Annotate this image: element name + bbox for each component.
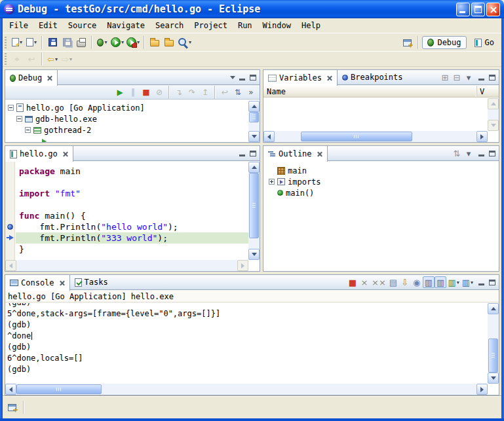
- new-wizard-dropdown-icon[interactable]: ▾: [34, 39, 37, 45]
- variables-scrollbar-vertical[interactable]: [488, 98, 499, 131]
- close-tab-icon[interactable]: [62, 151, 68, 157]
- run-dropdown-icon[interactable]: ▾: [121, 39, 124, 45]
- debug-tree-row[interactable]: hello.go [Go Application]: [5, 102, 260, 113]
- code-line[interactable]: func main() {: [16, 210, 248, 221]
- tab-hello-go[interactable]: hello.go: [5, 146, 73, 162]
- use-step-filters-button[interactable]: ⇅: [231, 86, 244, 98]
- outline-row[interactable]: main(): [266, 187, 499, 198]
- new-wizard-button[interactable]: ▾: [24, 35, 39, 50]
- step-return-button[interactable]: ↥: [199, 86, 212, 98]
- tab-outline[interactable]: Outline: [263, 146, 328, 162]
- console-output[interactable]: (gdb)5^done,stack-args=[frame={level="0"…: [5, 303, 488, 384]
- minimize-view-icon[interactable]: [239, 151, 246, 156]
- editor-gutter[interactable]: [5, 162, 15, 260]
- debug-tree-row[interactable]: gdb-hello.exe: [5, 113, 260, 124]
- toolbar-handle[interactable]: [5, 53, 7, 65]
- scroll-left-icon[interactable]: [5, 384, 16, 395]
- maximize-view-icon[interactable]: [489, 75, 495, 81]
- close-tab-icon[interactable]: [326, 75, 332, 81]
- scroll-up-icon[interactable]: [248, 162, 260, 173]
- view-menu-button[interactable]: ▾: [463, 71, 475, 83]
- step-over-button[interactable]: ↷: [185, 86, 199, 98]
- mark-occurrences-button[interactable]: ⌖: [10, 51, 24, 67]
- perspective-debug-button[interactable]: Debug: [422, 36, 466, 49]
- debug-tree-row[interactable]: [5, 136, 260, 142]
- open-console-button[interactable]: ▥▾: [461, 276, 475, 288]
- save-all-button[interactable]: [60, 35, 74, 50]
- menu-item-edit[interactable]: Edit: [33, 19, 63, 32]
- menu-item-navigate[interactable]: Navigate: [102, 19, 150, 32]
- menu-item-help[interactable]: Help: [296, 19, 326, 32]
- remove-all-launches-button[interactable]: ××: [370, 276, 387, 288]
- back-button[interactable]: ⇦▾: [45, 51, 60, 67]
- debug-tree-row[interactable]: gothread-2: [5, 124, 260, 136]
- resume-button[interactable]: ▶: [113, 86, 126, 98]
- forward-button[interactable]: ⇨▾: [60, 51, 74, 67]
- save-button[interactable]: [45, 35, 60, 50]
- title-bar[interactable]: Debug - testGo/src/cmd/hello.go - Eclips…: [0, 0, 504, 18]
- perspective-go-button[interactable]: Go: [470, 37, 499, 48]
- tab-debug[interactable]: Debug: [5, 70, 58, 86]
- scroll-thumb[interactable]: [488, 339, 498, 373]
- clear-console-button[interactable]: ▤: [387, 276, 399, 288]
- console-scrollbar-vertical[interactable]: [488, 303, 499, 384]
- scroll-down-icon[interactable]: [248, 249, 260, 260]
- run-tool-dropdown-icon[interactable]: ▾: [137, 39, 140, 45]
- scroll-up-icon[interactable]: [488, 98, 499, 109]
- tab-breakpoints[interactable]: Breakpoints: [338, 70, 407, 84]
- minimize-view-icon[interactable]: [478, 151, 485, 156]
- scroll-down-icon[interactable]: [488, 373, 499, 384]
- scroll-left-icon[interactable]: [263, 131, 275, 142]
- code-area[interactable]: package mainimport "fmt"func main() { fm…: [16, 162, 248, 260]
- remove-launch-button[interactable]: ×: [359, 276, 370, 288]
- editor-scrollbar-horizontal[interactable]: [5, 260, 248, 271]
- console-scrollbar-horizontal[interactable]: [5, 384, 488, 395]
- outline-row[interactable]: main: [266, 165, 499, 176]
- new-button[interactable]: ▾: [10, 35, 24, 50]
- minimize-view-icon[interactable]: [478, 280, 485, 285]
- collapse-all-button[interactable]: ⊟: [451, 71, 463, 83]
- terminate-button[interactable]: ■: [140, 86, 153, 98]
- maximize-view-icon[interactable]: [250, 75, 256, 81]
- drop-to-frame-button[interactable]: ↩: [218, 86, 231, 98]
- search-dropdown-icon[interactable]: ▾: [189, 39, 191, 45]
- column-name[interactable]: Name: [263, 86, 477, 97]
- tab-tasks[interactable]: Tasks: [70, 275, 113, 289]
- expander-minus-icon[interactable]: [25, 127, 31, 133]
- expander-plus-icon[interactable]: [269, 179, 275, 185]
- scroll-thumb[interactable]: [16, 384, 102, 394]
- maximize-button[interactable]: [471, 3, 485, 16]
- minimize-button[interactable]: [456, 3, 470, 16]
- debug-dropdown-icon[interactable]: ▾: [104, 39, 107, 45]
- sort-button[interactable]: ⇅: [451, 147, 463, 159]
- print-button[interactable]: [74, 35, 88, 50]
- scroll-up-icon[interactable]: [248, 101, 260, 112]
- back-dropdown-icon[interactable]: ▾: [55, 56, 58, 62]
- display-console-dropdown-icon[interactable]: ▾: [457, 280, 459, 285]
- scroll-down-icon[interactable]: [488, 120, 499, 131]
- outline-row[interactable]: imports: [266, 176, 499, 187]
- menu-item-search[interactable]: Search: [150, 19, 189, 32]
- menu-item-file[interactable]: File: [4, 19, 33, 32]
- view-menu-button[interactable]: ▾: [463, 147, 475, 159]
- scroll-right-icon[interactable]: [476, 131, 488, 142]
- code-line[interactable]: import "fmt": [16, 188, 248, 199]
- scroll-thumb[interactable]: [301, 132, 412, 141]
- scroll-down-icon[interactable]: [248, 131, 260, 142]
- open-console-dropdown-icon[interactable]: ▾: [471, 280, 473, 285]
- tab-variables[interactable]: Variables: [263, 70, 338, 86]
- editor-scrollbar-vertical[interactable]: [248, 162, 260, 260]
- scroll-lock-button[interactable]: ⇩: [399, 276, 411, 288]
- maximize-view-icon[interactable]: [489, 280, 495, 285]
- menu-item-window[interactable]: Window: [258, 19, 296, 32]
- debug-scrollbar-vertical[interactable]: [248, 101, 260, 142]
- breakpoint-icon[interactable]: [7, 224, 13, 230]
- tab-console[interactable]: Console: [5, 275, 70, 291]
- run-tool-button[interactable]: ▾: [125, 35, 141, 50]
- column-value[interactable]: V: [477, 86, 499, 97]
- run-button[interactable]: ▾: [109, 35, 125, 50]
- toolbar-handle[interactable]: [5, 37, 7, 48]
- display-console-button[interactable]: ▥▾: [446, 276, 460, 288]
- scroll-up-icon[interactable]: [488, 303, 499, 314]
- close-tab-icon[interactable]: [59, 280, 65, 286]
